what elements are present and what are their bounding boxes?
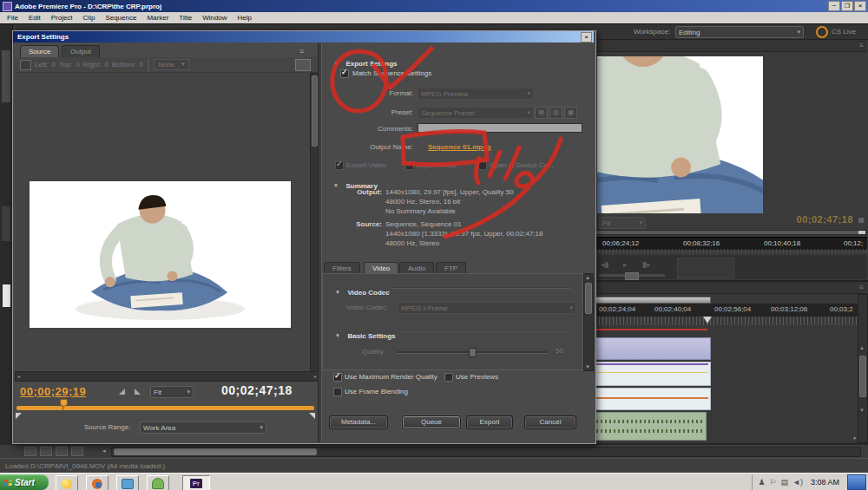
save-preset-icon[interactable]: ▤ [535, 107, 548, 119]
video-track-clip-v1[interactable] [594, 388, 711, 410]
menu-window[interactable]: Window [197, 14, 232, 22]
premiere-task-button[interactable]: Pr [182, 475, 210, 490]
step-forward-icon[interactable]: ▮▸ [642, 260, 650, 269]
preview-fit-dropdown[interactable]: Fit▾ [150, 386, 194, 398]
timeline-tool-buttons[interactable] [24, 447, 99, 455]
start-button[interactable]: Start [0, 474, 49, 490]
chat-launcher[interactable] [116, 475, 139, 490]
menu-sequence[interactable]: Sequence [100, 14, 141, 22]
export-video-checkbox[interactable] [335, 161, 344, 170]
video-track-clip-v3[interactable] [594, 337, 711, 360]
tab-audio[interactable]: Audio [399, 262, 434, 274]
playhead-marker-icon[interactable] [60, 399, 68, 407]
scroll-left-icon[interactable]: ◂ [102, 448, 106, 454]
user-tray-icon[interactable]: ♟ [758, 478, 765, 487]
close-button[interactable]: × [854, 1, 866, 11]
range-start-handle-icon[interactable] [16, 413, 22, 419]
slider-thumb-icon[interactable] [469, 348, 477, 357]
panel-menu-icon[interactable]: ≡ [859, 284, 864, 291]
show-desktop-icon[interactable] [847, 474, 866, 490]
metadata-button[interactable]: Metadata... [329, 415, 388, 429]
crop-icon[interactable] [20, 60, 31, 70]
monitor-button-cluster[interactable] [677, 258, 734, 278]
menu-file[interactable]: File [2, 14, 23, 22]
shuttle-slider[interactable] [599, 274, 665, 277]
video-codec-header[interactable]: ▼ Video Codec [335, 283, 390, 298]
preview-horizontal-scrollbar[interactable]: ◂ ▸ [15, 371, 319, 382]
flag-tray-icon[interactable]: ⚐ [769, 478, 776, 487]
menu-clip[interactable]: Clip [78, 14, 101, 22]
crop-right-value[interactable]: 0 [105, 61, 108, 69]
horizontal-scrollbar[interactable] [111, 447, 861, 457]
crop-settings-icon[interactable] [295, 59, 311, 71]
timeline-ruler[interactable]: 00;02;24;04 00;02;40;04 00;02;56;04 00;0… [592, 304, 867, 317]
restore-button[interactable]: ❐ [841, 1, 853, 11]
monitor-scrub-track[interactable] [595, 230, 866, 235]
network-tray-icon[interactable]: ▤ [781, 478, 789, 487]
import-preset-icon[interactable]: ▥ [549, 107, 562, 119]
device-central-checkbox[interactable] [478, 161, 487, 170]
cancel-button[interactable]: Cancel [524, 415, 576, 429]
crop-bottom-value[interactable]: 0 [140, 61, 143, 69]
tab-output[interactable]: Output [62, 45, 100, 57]
set-in-point-icon[interactable] [119, 389, 125, 395]
current-timecode[interactable]: 00;00;29;19 [20, 385, 86, 398]
panel-menu-icon[interactable]: ≡ [299, 47, 304, 56]
timeline-vertical-scrollbar[interactable]: ▲ ▼ [858, 294, 868, 443]
preset-dropdown[interactable]: Sequence Preset▾ [418, 107, 534, 119]
work-area-bar[interactable] [594, 297, 711, 304]
match-sequence-checkbox[interactable] [340, 69, 349, 78]
export-audio-checkbox[interactable] [405, 161, 414, 170]
range-end-handle-icon[interactable] [309, 413, 315, 419]
menu-help[interactable]: Help [233, 14, 257, 22]
basic-settings-header[interactable]: ▼ Basic Settings [335, 326, 396, 342]
options-vertical-scrollbar[interactable]: ▲ ▼ [583, 273, 594, 371]
pane-splitter[interactable] [318, 43, 322, 442]
format-dropdown[interactable]: MPEG Preview▾ [418, 88, 534, 100]
monitor-settings-icon[interactable]: ▦ [858, 216, 865, 224]
scrub-bar[interactable] [16, 406, 314, 410]
menu-project[interactable]: Project [46, 14, 78, 22]
video-codec-dropdown[interactable]: MPEG I-Frame▾ [398, 302, 576, 314]
use-previews-checkbox[interactable] [444, 373, 453, 382]
dialog-close-button[interactable]: × [581, 32, 592, 42]
menu-edit[interactable]: Edit [23, 14, 46, 22]
monitor-ruler[interactable]: 00;06;24;12 00;08;32;16 00;10;40;18 00;1… [592, 237, 867, 250]
video-track-clip-v2[interactable] [594, 362, 711, 386]
export-button[interactable]: Export [466, 415, 513, 429]
panel-menu-icon[interactable]: ≡ [859, 42, 864, 49]
menu-title[interactable]: Title [174, 14, 197, 22]
frame-blending-checkbox[interactable] [333, 388, 342, 396]
people-icon [152, 478, 164, 489]
status-bar: Loaded D:\CRP\MVI_0946.MOV (All media lo… [0, 458, 868, 474]
tab-ftp[interactable]: FTP [436, 262, 466, 274]
play-icon[interactable]: ▸ [623, 260, 628, 269]
source-range-dropdown[interactable]: Work Area▾ [140, 421, 266, 434]
tab-source[interactable]: Source [20, 45, 59, 57]
playhead-icon[interactable] [703, 317, 712, 323]
cs-live-label[interactable]: CS Live [832, 28, 856, 36]
messenger-smiley-launcher[interactable] [56, 475, 78, 490]
max-render-quality-checkbox[interactable] [333, 373, 342, 382]
quality-slider[interactable] [398, 351, 547, 354]
minimize-button[interactable]: – [828, 1, 840, 11]
firefox-launcher[interactable] [86, 475, 108, 490]
contacts-launcher[interactable] [147, 475, 169, 490]
tab-filters[interactable]: Filters [324, 262, 360, 274]
comments-input[interactable] [418, 123, 582, 133]
crop-left-value[interactable]: 0 [52, 61, 56, 69]
volume-tray-icon[interactable]: ◄) [792, 478, 803, 487]
delete-preset-icon[interactable]: ▦ [564, 107, 577, 119]
audio-track-clip-a1[interactable] [594, 412, 707, 441]
monitor-fit-dropdown[interactable]: Fit▾ [599, 217, 646, 229]
menu-marker[interactable]: Marker [141, 14, 174, 22]
workspace-dropdown[interactable]: Editing▾ [675, 26, 804, 38]
crop-aspect-dropdown[interactable]: None▾ [154, 59, 189, 70]
scroll-right-icon[interactable]: ▸ [853, 434, 857, 441]
crop-top-value[interactable]: 0 [76, 61, 79, 69]
queue-button[interactable]: Queue [402, 415, 461, 429]
tab-video[interactable]: Video [364, 262, 398, 274]
output-name-link[interactable]: Sequence 01.mpeg [428, 143, 490, 151]
set-out-point-icon[interactable] [135, 389, 141, 395]
step-back-icon[interactable]: ◂▮ [601, 260, 608, 269]
